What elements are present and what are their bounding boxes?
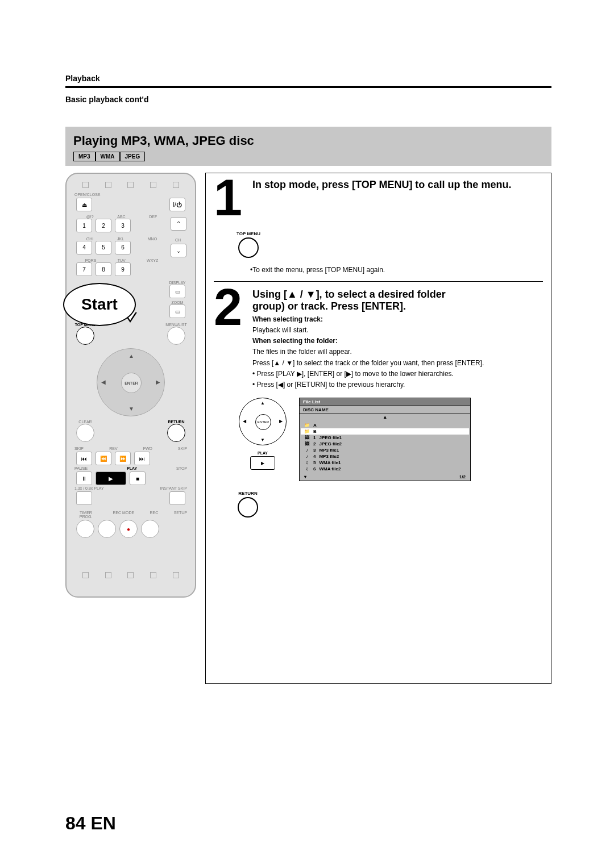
- badge-mp3: MP3: [73, 152, 96, 161]
- badge-jpeg: JPEG: [120, 152, 146, 161]
- title-band: Playing MP3, WMA, JPEG disc MP3 WMA JPEG: [65, 127, 551, 166]
- top-menu-ring-icon: [238, 237, 259, 258]
- step-1-number: 1: [214, 179, 246, 218]
- sel-folder-head: When selecting the folder:: [252, 336, 543, 345]
- key-4[interactable]: 4: [76, 241, 92, 254]
- press-select: Press [▲ / ▼] to select the track or the…: [252, 358, 543, 368]
- key-7[interactable]: 7: [76, 262, 92, 276]
- page-footer: 84 EN: [65, 813, 116, 834]
- key-1[interactable]: 1: [76, 219, 92, 232]
- instant-skip-button[interactable]: [169, 491, 185, 505]
- top-menu-illustration: TOP MENU: [237, 231, 260, 258]
- eject-button[interactable]: ⏏: [76, 198, 92, 211]
- image-icon: 🖼: [304, 435, 310, 440]
- file-list-subtitle: DISC NAME: [300, 406, 470, 414]
- dpad-left-icon: ◀: [101, 379, 106, 385]
- header-rule: [65, 86, 551, 88]
- dpad-right-icon: ▶: [156, 379, 160, 385]
- page-lang: EN: [90, 813, 115, 833]
- dpad[interactable]: ENTER ▲ ▼ ◀ ▶: [97, 348, 165, 416]
- fwd-button[interactable]: ⏩: [115, 452, 131, 465]
- start-callout: Start: [63, 283, 136, 326]
- page-indicator: 1/2: [459, 474, 466, 479]
- speed-play-button[interactable]: [76, 491, 92, 505]
- return-illustration: RETURN: [238, 491, 258, 518]
- step-1-note: •To exit the menu, press [TOP MENU] agai…: [250, 265, 543, 274]
- format-badges: MP3 WMA JPEG: [73, 152, 544, 161]
- controls-illustration: ENTER ▲ ▼ ◀ ▶ PLAY ▶: [237, 398, 289, 470]
- remote-control-diagram: OPEN/CLOSE ⏏ I/⏻ @!? ABC DEF 1 2: [65, 173, 196, 598]
- image-icon: 🖼: [304, 441, 310, 446]
- mini-dpad-icon: ENTER ▲ ▼ ◀ ▶: [239, 398, 287, 445]
- file-list-title: File List: [300, 398, 470, 406]
- zoom-button[interactable]: ▭: [169, 304, 185, 318]
- clear-button[interactable]: [76, 424, 94, 442]
- skip-back-button[interactable]: ⏮: [76, 452, 92, 465]
- folder-icon: 📁: [304, 423, 310, 428]
- dpad-up-icon: ▲: [128, 353, 134, 359]
- rev-button[interactable]: ⏪: [96, 452, 111, 465]
- selected-row: 📁B: [301, 428, 469, 435]
- badge-wma: WMA: [96, 152, 120, 161]
- menu-list-button[interactable]: [167, 327, 185, 345]
- steps-panel: 1 In stop mode, press [TOP MENU] to call…: [205, 173, 551, 684]
- key-3[interactable]: 3: [115, 219, 131, 232]
- enter-button[interactable]: ENTER: [121, 373, 142, 393]
- step-divider: [214, 281, 543, 282]
- file-list-screenshot: File List DISC NAME ▴ 📁A 📁B 🖼1JPEG file1…: [299, 398, 471, 481]
- pause-button[interactable]: ⏸: [76, 471, 92, 485]
- bullet-play: • Press [PLAY ▶], [ENTER] or [▶] to move…: [252, 369, 543, 378]
- scroll-down-icon: ▾: [304, 474, 306, 479]
- sel-track-head: When selecting track:: [252, 315, 543, 324]
- folder-icon: 📁: [304, 429, 310, 434]
- key-5[interactable]: 5: [96, 241, 111, 254]
- top-menu-button[interactable]: [76, 327, 94, 345]
- return-ring-icon: [238, 497, 258, 518]
- bullet-return: • Press [◀] or [RETURN] to the previous …: [252, 380, 543, 389]
- page-number: 84: [65, 813, 86, 833]
- display-button[interactable]: ▭: [169, 285, 185, 298]
- label-open-close: OPEN/CLOSE: [74, 193, 187, 197]
- music-icon: ♪: [304, 448, 310, 453]
- step-2-title-b: group) or track. Press [ENTER].: [252, 301, 543, 313]
- key-2[interactable]: 2: [96, 219, 111, 232]
- ch-down-button[interactable]: ⌄: [171, 244, 186, 257]
- page-title: Playing MP3, WMA, JPEG disc: [73, 133, 544, 148]
- play-button[interactable]: ▶: [96, 471, 126, 485]
- rec-button[interactable]: ●: [119, 520, 138, 538]
- setup-button[interactable]: [141, 520, 159, 538]
- timer-prog-button[interactable]: [76, 520, 94, 538]
- step-2-number: 2: [214, 289, 246, 391]
- header-sub: Basic playback cont'd: [65, 95, 551, 104]
- step-2-title-a: Using [▲ / ▼], to select a desired folde…: [252, 289, 543, 301]
- header-section: Playback: [65, 74, 551, 83]
- ch-up-button[interactable]: ⌃: [171, 217, 186, 231]
- stop-button[interactable]: ■: [130, 471, 146, 485]
- music-icon: ♫: [304, 466, 310, 471]
- dpad-down-icon: ▼: [128, 406, 134, 412]
- music-icon: ♫: [304, 460, 310, 465]
- return-button[interactable]: [167, 424, 185, 442]
- sel-folder-body: The files in the folder will appear.: [252, 347, 543, 356]
- step-1-title: In stop mode, press [TOP MENU] to call u…: [252, 179, 543, 191]
- music-icon: ♪: [304, 454, 310, 459]
- skip-fwd-button[interactable]: ⏭: [134, 452, 150, 465]
- key-8[interactable]: 8: [96, 262, 111, 276]
- sel-track-body: Playback will start.: [252, 326, 543, 335]
- power-button[interactable]: I/⏻: [169, 198, 185, 211]
- scroll-up-icon: ▴: [300, 414, 470, 420]
- key-6[interactable]: 6: [115, 241, 131, 254]
- key-9[interactable]: 9: [115, 262, 131, 276]
- rec-mode-button[interactable]: [98, 520, 116, 538]
- mini-play-icon: ▶: [250, 456, 275, 470]
